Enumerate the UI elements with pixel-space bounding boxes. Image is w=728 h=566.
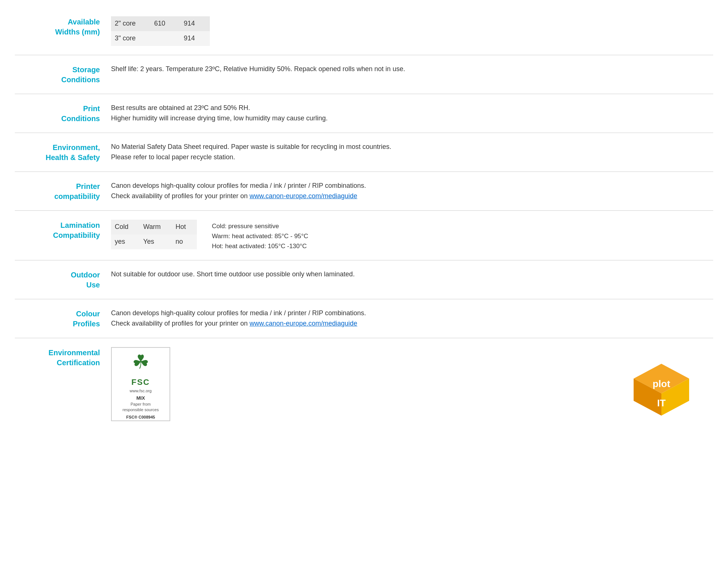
fsc-title: FSC [131,377,150,388]
printer-compatibility-label: Printercompatibility [15,181,111,202]
printer-line-2: Check availability of profiles for your … [111,191,713,202]
print-conditions-row: PrintConditions Best results are obtaine… [15,94,713,133]
colour-profiles-row: ColourProfiles Canon develops high-quali… [15,299,713,338]
table-row: 2" core 610 914 [111,16,210,31]
lam-note-hot: Hot: heat activated: 105°C -130°C [212,241,308,251]
colour-line2-pre: Check availability of profiles for your … [111,320,249,327]
lamination-table: Cold Warm Hot yes Yes no [111,220,197,249]
lamination-row: LaminationCompatibility Cold Warm Hot ye… [15,211,713,261]
widths-table: 2" core 610 914 3" core 914 [111,16,210,46]
lam-warm-value: Yes [140,234,172,249]
fsc-badge: ☘ FSC www.fsc.org MIX Paper fromresponsi… [111,347,170,421]
lam-warm-header: Warm [140,220,172,234]
width-914-2: 914 [180,31,209,46]
fsc-url: www.fsc.org [130,388,151,394]
fsc-tree-icon: ☘ [132,349,150,376]
page: AvailableWidths (mm) 2" core 610 914 3" … [0,0,728,566]
lam-hot-header: Hot [172,220,197,234]
printer-compatibility-row: Printercompatibility Canon develops high… [15,172,713,211]
environment-label: Environment,Health & Safety [15,142,111,163]
table-row: 3" core 914 [111,31,210,46]
storage-conditions-row: StorageConditions Shelf life: 2 years. T… [15,55,713,94]
colour-profiles-label: ColourProfiles [15,308,111,329]
plotit-logo: plot IT [632,362,691,421]
table-row: Cold Warm Hot [111,220,197,234]
printer-line2-pre: Check availability of profiles for your … [111,192,249,200]
print-line-2: Higher humidity will increase drying tim… [111,113,713,124]
core-type-2: 3" core [111,31,150,46]
storage-conditions-label: StorageConditions [15,64,111,85]
fsc-code: FSC® C008945 [126,414,155,420]
lam-note-cold: Cold: pressure sensitive [212,221,308,231]
width-610: 610 [150,16,180,31]
available-widths-row: AvailableWidths (mm) 2" core 610 914 3" … [15,7,713,55]
storage-conditions-content: Shelf life: 2 years. Temperature 23ºC, R… [111,64,713,74]
outdoor-use-row: OutdoorUse Not suitable for outdoor use.… [15,260,713,299]
colour-line-1: Canon develops high-quality colour profi… [111,308,713,319]
fsc-description: Paper fromresponsible sources [123,402,159,413]
lamination-label: LaminationCompatibility [15,220,111,240]
lamination-content: Cold Warm Hot yes Yes no Cold: pressure … [111,220,713,252]
environment-row: Environment,Health & Safety No Material … [15,133,713,172]
plotit-cube-svg: plot IT [632,362,691,419]
colour-link[interactable]: www.canon-europe.com/mediaguide [249,320,357,327]
colour-line-2: Check availability of profiles for your … [111,319,713,329]
available-widths-label: AvailableWidths (mm) [15,16,111,37]
print-conditions-label: PrintConditions [15,103,111,124]
lamination-notes: Cold: pressure sensitive Warm: heat acti… [212,220,308,252]
lam-cold-value: yes [111,234,140,249]
lam-hot-value: no [172,234,197,249]
environmental-certification-content: ☘ FSC www.fsc.org MIX Paper fromresponsi… [111,347,713,421]
print-line-1: Best results are obtained at 23ºC and 50… [111,103,713,113]
environment-content: No Material Safety Data Sheet required. … [111,142,713,163]
available-widths-content: 2" core 610 914 3" core 914 [111,16,713,46]
environmental-certification-row: EnvironmentalCertification ☘ FSC www.fsc… [15,338,713,430]
printer-link[interactable]: www.canon-europe.com/mediaguide [249,192,357,200]
print-conditions-content: Best results are obtained at 23ºC and 50… [111,103,713,124]
env-line-1: No Material Safety Data Sheet required. … [111,142,713,152]
plotit-it-text: IT [657,397,665,409]
printer-compatibility-content: Canon develops high-quality colour profi… [111,181,713,202]
core-type-1: 2" core [111,16,150,31]
table-row: yes Yes no [111,234,197,249]
outdoor-use-content: Not suitable for outdoor use. Short time… [111,269,713,280]
lam-note-warm: Warm: heat activated: 85°C - 95°C [212,231,308,241]
outdoor-use-label: OutdoorUse [15,269,111,290]
lamination-wrapper: Cold Warm Hot yes Yes no Cold: pressure … [111,220,713,252]
width-914-1: 914 [180,16,209,31]
colour-profiles-content: Canon develops high-quality colour profi… [111,308,713,329]
env-line-2: Please refer to local paper recycle stat… [111,152,713,163]
printer-line-1: Canon develops high-quality colour profi… [111,181,713,191]
environmental-certification-label: EnvironmentalCertification [15,347,111,368]
fsc-mix: MIX [136,395,145,402]
plotit-plot-text: plot [652,378,670,389]
width-empty [150,31,180,46]
lam-cold-header: Cold [111,220,140,234]
